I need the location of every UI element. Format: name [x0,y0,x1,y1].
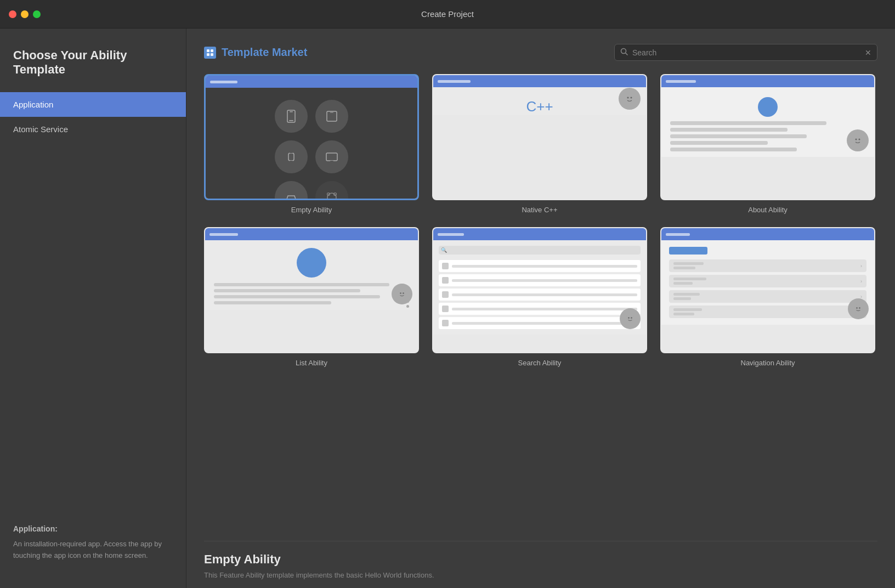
nav-badge [848,298,869,319]
template-thumbnail-native-cpp: C++ [432,74,647,200]
sidebar-heading: Choose Your Ability Template [0,48,186,92]
template-market-icon [204,47,216,59]
svg-rect-1 [211,49,213,52]
title-bar: Create Project [0,0,895,29]
search-bar-mock: 🔍 [439,246,641,255]
svg-rect-10 [330,112,333,113]
svg-rect-3 [211,53,213,56]
minimize-button[interactable] [21,10,29,18]
svg-point-36 [856,307,858,309]
description-title: Application: [13,524,173,533]
svg-rect-0 [207,49,209,52]
template-thumbnail-empty-ability [204,74,419,200]
list-lines [214,283,409,304]
svg-rect-16 [286,199,296,200]
phone-icon [275,100,308,133]
main-container: Choose Your Ability Template Application… [0,29,895,588]
template-label-about-ability: About Ability [748,206,788,214]
selected-template-details: Empty Ability This Feature Ability templ… [204,541,877,588]
window-title: Create Project [421,9,474,19]
template-thumbnail-nav-ability: › › [660,227,875,353]
selected-template-name: Empty Ability [204,552,877,567]
list-circle [297,248,326,278]
list-badge [392,284,412,304]
template-label-empty-ability: Empty Ability [291,206,332,214]
content-area: Template Market ✕ [186,29,895,588]
svg-point-19 [327,193,336,200]
svg-rect-8 [289,120,293,121]
selected-template-desc: This Feature Ability template implements… [204,571,877,579]
svg-point-23 [625,94,635,104]
template-label-native-cpp: Native C++ [522,206,557,214]
traffic-lights [9,10,41,18]
tablet-icon [315,100,348,133]
about-badge [847,129,869,151]
svg-line-5 [626,53,628,55]
tv-icon [315,140,348,173]
search-badge [620,308,641,329]
svg-point-27 [856,139,857,140]
svg-rect-13 [290,161,293,162]
search-box: ✕ [614,44,877,61]
about-lines [670,121,865,151]
content-right: Empty Ability C++ [204,74,877,588]
svg-point-33 [628,317,630,319]
template-card-nav-ability[interactable]: › › [660,227,875,367]
nav-sections: › › [669,259,866,318]
svg-point-28 [859,139,860,140]
svg-rect-11 [288,153,294,161]
template-card-list-ability[interactable]: List Ability [204,227,419,367]
svg-point-31 [403,292,404,294]
sidebar: Choose Your Ability Template Application… [0,29,186,588]
template-thumbnail-search-ability: 🔍 [432,227,647,353]
watch-icon [275,140,308,173]
svg-rect-9 [327,111,337,121]
templates-scroll-area: Empty Ability C++ [204,74,877,541]
sidebar-description: Application: An installation-required ap… [0,511,186,588]
svg-point-32 [626,314,635,323]
svg-rect-7 [290,111,293,112]
svg-rect-15 [330,161,333,162]
sidebar-item-application[interactable]: Application [0,92,186,117]
car-icon [275,181,308,200]
search-rows [439,260,641,329]
close-button[interactable] [9,10,16,18]
svg-rect-12 [290,151,293,153]
svg-rect-2 [207,53,209,56]
description-text: An installation-required app. Access the… [13,539,173,562]
template-label-search-ability: Search Ability [518,359,562,367]
search-icon [620,48,628,57]
sidebar-item-atomic-service[interactable]: Atomic Service [0,117,186,142]
search-clear-icon[interactable]: ✕ [865,48,871,57]
svg-point-24 [627,97,629,99]
svg-point-35 [854,304,863,313]
svg-point-25 [631,97,632,99]
template-card-native-cpp[interactable]: C++ [432,74,647,214]
svg-point-30 [400,292,401,294]
about-circle [758,97,778,117]
template-thumbnail-about-ability [660,74,875,200]
search-input[interactable] [632,48,860,57]
svg-point-26 [853,135,863,145]
content-header: Template Market ✕ [204,44,877,61]
svg-point-29 [398,290,406,298]
template-card-search-ability[interactable]: 🔍 [432,227,647,367]
template-label-nav-ability: Navigation Ability [741,359,795,367]
network-icon [315,181,348,200]
nav-highlight [669,247,707,255]
template-thumbnail-list-ability [204,227,419,353]
template-label-list-ability: List Ability [296,359,327,367]
cpp-badge [619,88,641,110]
template-market-text: Template Market [222,46,307,59]
template-card-about-ability[interactable]: About Ability [660,74,875,214]
svg-rect-14 [326,153,337,161]
svg-point-37 [859,307,860,309]
cpp-label: C++ [526,98,553,115]
templates-grid: Empty Ability C++ [204,74,875,378]
thumb-header [206,76,417,88]
maximize-button[interactable] [33,10,41,18]
template-card-empty-ability[interactable]: Empty Ability [204,74,419,214]
svg-point-34 [631,317,632,319]
template-market-label: Template Market [204,46,307,59]
